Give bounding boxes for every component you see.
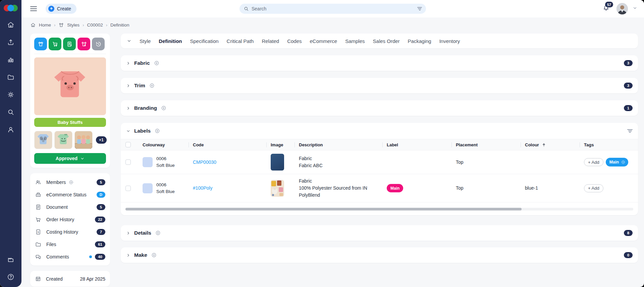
scrollbar-thumb[interactable] xyxy=(125,208,522,210)
add-make-icon[interactable] xyxy=(151,252,157,258)
tab-related[interactable]: Related xyxy=(262,38,279,44)
app-logo[interactable] xyxy=(4,4,18,12)
column-colourway[interactable]: Colourway xyxy=(138,140,189,150)
label-main-badge: Main xyxy=(387,184,403,192)
section-make[interactable]: Make 0 xyxy=(121,247,638,263)
help-icon[interactable] xyxy=(7,273,15,282)
members-icon xyxy=(35,179,42,186)
thumbnail-babies-photo[interactable] xyxy=(74,131,93,149)
tab-inventory[interactable]: Inventory xyxy=(439,38,460,44)
add-fabric-icon[interactable] xyxy=(154,60,160,66)
breadcrumb-style-code[interactable]: C00002 xyxy=(87,22,103,28)
section-labels: Labels Colourway Code Image Description … xyxy=(121,123,638,215)
chevron-down-icon[interactable] xyxy=(126,129,130,133)
row-checkbox[interactable] xyxy=(125,186,131,191)
column-image[interactable]: Image xyxy=(266,140,294,150)
section-branding[interactable]: Branding 1 xyxy=(121,100,638,116)
home-icon xyxy=(30,22,36,28)
home-icon[interactable] xyxy=(7,21,15,30)
row-checkbox[interactable] xyxy=(125,159,131,165)
section-details[interactable]: Details 8 xyxy=(121,225,638,241)
chevron-right-icon[interactable] xyxy=(126,84,130,88)
label-cell xyxy=(382,159,451,165)
app-window: + Create 57 Home › xyxy=(0,0,644,287)
chevron-right-icon[interactable] xyxy=(126,253,130,257)
menu-item-costing-history[interactable]: $ Costing History 7 xyxy=(35,226,105,238)
menu-item-files[interactable]: Files 61 xyxy=(35,238,105,250)
category-banner[interactable]: Baby Stuffs xyxy=(34,118,106,127)
remove-style-button[interactable] xyxy=(77,38,90,50)
upload-icon[interactable] xyxy=(7,38,15,48)
add-tag-button[interactable]: + Add xyxy=(584,158,603,166)
remove-tag-icon[interactable] xyxy=(621,160,626,164)
add-label-icon[interactable] xyxy=(154,128,160,134)
tab-critical-path[interactable]: Critical Path xyxy=(227,38,254,44)
menu-item-comments[interactable]: Comments 40 xyxy=(35,250,105,263)
thumbnail-dino-onesie[interactable] xyxy=(54,131,72,149)
menu-item-order-history[interactable]: Order History 22 xyxy=(35,213,105,226)
person-icon[interactable] xyxy=(7,126,15,135)
code-link[interactable]: CMP00030 xyxy=(193,159,216,165)
breadcrumb-home[interactable]: Home xyxy=(39,22,51,28)
search-input[interactable] xyxy=(252,6,417,11)
members-count-badge: 5 xyxy=(97,179,105,185)
tab-specification[interactable]: Specification xyxy=(190,38,219,44)
history-button[interactable] xyxy=(92,38,105,50)
add-member-icon[interactable] xyxy=(68,180,74,185)
code-link[interactable]: #100Poly xyxy=(193,185,212,191)
menu-item-members[interactable]: Members 5 xyxy=(35,176,105,188)
column-tags[interactable]: Tags xyxy=(580,140,638,150)
menu-item-ecommerce-status[interactable]: eCommerce Status D xyxy=(35,188,105,201)
status-dropdown-button[interactable]: Approved xyxy=(34,153,106,164)
folder-icon[interactable] xyxy=(7,73,15,83)
style-main-image[interactable] xyxy=(34,57,106,115)
tab-samples[interactable]: Samples xyxy=(345,38,365,44)
column-placement[interactable]: Placement xyxy=(451,140,521,150)
account-chevron-down-icon[interactable] xyxy=(633,6,637,12)
breadcrumb-styles[interactable]: Styles xyxy=(67,22,79,28)
tab-definition[interactable]: Definition xyxy=(159,38,182,44)
select-all-checkbox[interactable] xyxy=(125,142,131,147)
avatar[interactable] xyxy=(616,3,628,14)
column-colour[interactable]: Colour xyxy=(521,140,580,150)
add-cart-button[interactable] xyxy=(49,38,61,50)
fabric-image[interactable] xyxy=(271,154,284,171)
section-trim[interactable]: Trim 3 xyxy=(121,78,638,93)
colourway-swatch xyxy=(143,183,153,193)
menu-item-document[interactable]: Document 5 xyxy=(35,201,105,213)
labels-filter-icon[interactable] xyxy=(627,129,633,133)
add-document-button[interactable] xyxy=(63,38,76,50)
section-fabric[interactable]: Fabric 3 xyxy=(121,55,638,71)
chevron-right-icon[interactable] xyxy=(126,106,130,110)
column-code[interactable]: Code xyxy=(189,140,266,150)
sort-ascending-icon[interactable] xyxy=(542,143,546,147)
column-label[interactable]: Label xyxy=(382,140,451,150)
tab-style[interactable]: Style xyxy=(140,38,151,44)
search-bar[interactable] xyxy=(239,4,426,14)
main-tag[interactable]: Main xyxy=(606,158,628,166)
style-shirt-button[interactable] xyxy=(34,38,47,50)
tab-packaging[interactable]: Packaging xyxy=(408,38,431,44)
add-branding-icon[interactable] xyxy=(161,105,167,111)
chevron-right-icon[interactable] xyxy=(126,61,130,65)
search-filter-icon[interactable] xyxy=(417,7,422,10)
more-images-badge[interactable]: +1 xyxy=(96,136,107,144)
notifications-button[interactable]: 57 xyxy=(602,4,610,13)
add-tag-button[interactable]: + Add xyxy=(584,184,603,192)
tab-ecommerce[interactable]: eCommerce xyxy=(310,38,337,44)
thumbnail-elephant-onesie[interactable] xyxy=(34,131,52,149)
menu-icon[interactable] xyxy=(30,6,37,11)
column-description[interactable]: Description xyxy=(294,140,382,150)
chevron-right-icon[interactable] xyxy=(126,231,130,235)
search-icon[interactable] xyxy=(7,108,15,117)
tab-sales-order[interactable]: Sales Order xyxy=(373,38,400,44)
chart-icon[interactable] xyxy=(7,56,15,65)
factory-icon[interactable] xyxy=(7,255,15,265)
add-trim-icon[interactable] xyxy=(149,83,155,89)
collapse-chevron-icon[interactable] xyxy=(127,39,131,43)
tab-codes[interactable]: Codes xyxy=(287,38,302,44)
add-details-icon[interactable] xyxy=(155,230,161,236)
gear-icon[interactable] xyxy=(7,91,15,100)
create-button[interactable]: + Create xyxy=(46,4,76,14)
fabric-image[interactable] xyxy=(271,180,284,197)
